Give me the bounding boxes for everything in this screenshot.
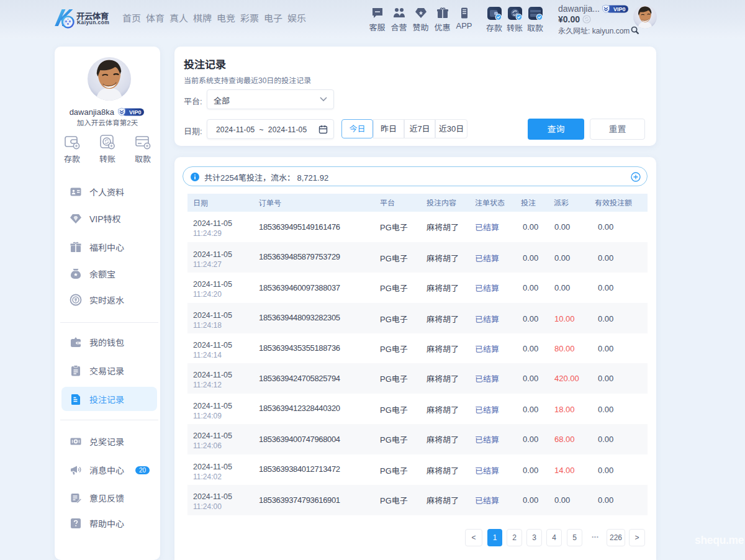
- svg-text:VIP0: VIP0: [129, 109, 142, 115]
- svg-text:VIP0: VIP0: [613, 6, 626, 12]
